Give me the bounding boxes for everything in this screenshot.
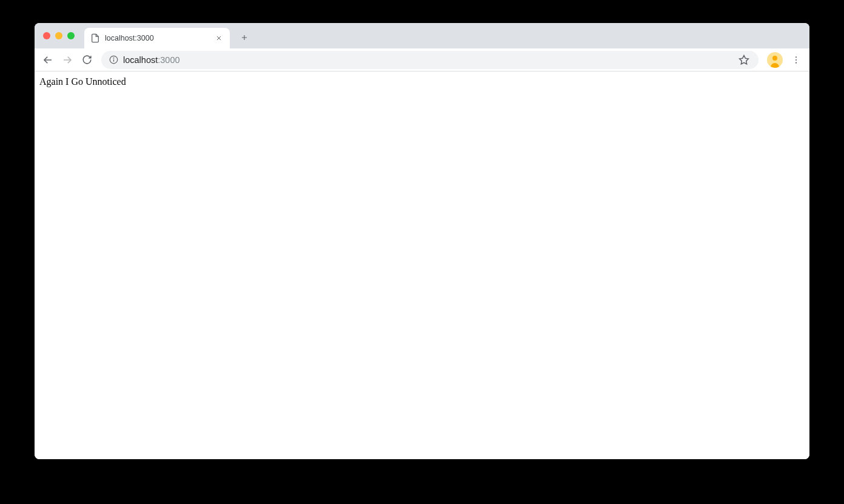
svg-point-12 [795,62,797,63]
svg-point-8 [113,58,114,58]
tab-close-button[interactable] [214,33,224,43]
window-close-button[interactable] [43,32,50,39]
url-port: :3000 [158,55,179,65]
url-host: localhost [123,55,158,65]
window-maximize-button[interactable] [67,32,75,39]
window-minimize-button[interactable] [55,32,62,39]
tab-title: localhost:3000 [105,34,210,42]
page-viewport: Again I Go Unnoticed [35,71,809,459]
browser-window: localhost:3000 [35,23,809,459]
window-controls [41,23,81,48]
browser-toolbar: localhost:3000 [35,48,809,71]
profile-avatar[interactable] [767,52,783,68]
address-bar[interactable]: localhost:3000 [101,51,759,69]
bookmark-button[interactable] [737,53,751,67]
new-tab-button[interactable] [236,29,253,46]
svg-marker-9 [740,55,749,64]
back-button[interactable] [39,51,56,68]
forward-button[interactable] [59,51,76,68]
file-icon [90,33,100,43]
tab-strip: localhost:3000 [35,23,809,48]
browser-tab[interactable]: localhost:3000 [84,28,230,48]
page-body-text: Again I Go Unnoticed [39,76,126,87]
site-info-icon[interactable] [109,55,118,65]
svg-point-10 [795,56,797,58]
reload-button[interactable] [78,51,95,68]
url-text: localhost:3000 [123,55,180,65]
browser-menu-button[interactable] [788,51,805,68]
svg-point-11 [795,59,797,60]
